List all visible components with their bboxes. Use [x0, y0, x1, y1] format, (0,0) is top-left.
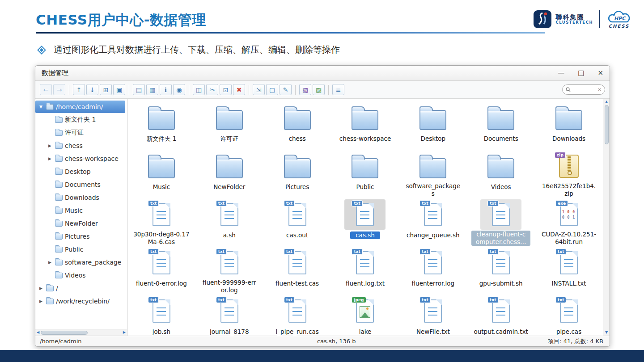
chevron-right-icon[interactable]: ▶: [47, 143, 53, 148]
file-item[interactable]: txtjournal_8178: [195, 294, 263, 336]
file-item[interactable]: txt30p30n-deg8-0.17Ma-6.cas: [127, 197, 195, 245]
file-item[interactable]: txtcas.sh: [331, 197, 399, 245]
file-item[interactable]: txtoutput.cadmin.txt: [467, 294, 535, 336]
file-item[interactable]: txta.sh: [195, 197, 263, 245]
file-name: fluent-0-error.log: [135, 280, 188, 287]
file-item[interactable]: txtpipe.cas: [535, 294, 603, 336]
vscroll-thumb[interactable]: [605, 105, 609, 144]
file-item[interactable]: Music: [127, 149, 195, 197]
permissions-button[interactable]: ▧: [299, 84, 311, 95]
folder-icon: [412, 103, 453, 133]
file-item[interactable]: Desktop: [399, 101, 467, 149]
sidebar-item-videos[interactable]: Videos: [35, 269, 125, 282]
close-button[interactable]: ×: [597, 70, 603, 76]
file-item[interactable]: chess: [263, 101, 331, 149]
file-item[interactable]: txtl_pipe_run.cas: [263, 294, 331, 336]
scroll-right-icon[interactable]: ▶: [122, 331, 127, 334]
zip-badge: zip: [555, 152, 566, 158]
file-item[interactable]: Pictures: [263, 149, 331, 197]
file-item[interactable]: txtcleanup-fluent-computer.chess…: [467, 197, 535, 245]
chevron-right-icon[interactable]: ▶: [38, 299, 44, 303]
file-item[interactable]: txtjob.sh: [127, 294, 195, 336]
hscroll-track[interactable]: [41, 329, 122, 336]
file-item[interactable]: txtfluent-0-error.log: [127, 245, 195, 294]
file-item[interactable]: txtcas.out: [263, 197, 331, 245]
search-box[interactable]: ✕: [562, 84, 605, 95]
vertical-scrollbar[interactable]: ▲ ▼: [603, 99, 610, 336]
open-file-button[interactable]: ▤: [133, 84, 145, 95]
file-item[interactable]: txtNewFile.txt: [399, 294, 467, 336]
chevron-down-icon[interactable]: ▼: [38, 105, 44, 109]
file-item[interactable]: NewFolder: [195, 149, 263, 197]
chevron-right-icon[interactable]: ▶: [38, 286, 44, 290]
sidebar-item-public[interactable]: Public: [35, 243, 125, 256]
sidebar-item-1[interactable]: 新文件夹 1: [35, 114, 125, 126]
view-list-button[interactable]: ≡: [332, 84, 344, 95]
file-item[interactable]: txtfluent-test.cas: [263, 245, 331, 294]
vscroll-track[interactable]: [603, 105, 610, 329]
txt-file-icon: txt: [277, 248, 318, 278]
sidebar-item-downloads[interactable]: Downloads: [35, 191, 125, 204]
select-all-button[interactable]: ▢: [266, 84, 278, 95]
copy-button[interactable]: ◫: [193, 84, 205, 95]
sidebar-item-[interactable]: 许可证: [35, 126, 125, 139]
file-item[interactable]: Public: [331, 149, 399, 197]
file-item[interactable]: Documents: [467, 101, 535, 149]
sidebar-item-chess[interactable]: ▶chess: [35, 139, 125, 152]
new-folder-button[interactable]: ⊞: [100, 84, 112, 95]
hscroll-thumb[interactable]: [41, 331, 88, 335]
file-item[interactable]: 许可证: [195, 101, 263, 149]
scroll-down-icon[interactable]: ▼: [605, 329, 608, 336]
save-as-button[interactable]: ▦: [146, 84, 158, 95]
sidebar-item-music[interactable]: Music: [35, 204, 125, 217]
info-button[interactable]: ℹ: [160, 84, 172, 95]
back-button[interactable]: ←: [40, 84, 52, 95]
chevron-right-icon[interactable]: ▶: [47, 260, 53, 265]
sidebar-item-newfolder[interactable]: NewFolder: [35, 217, 125, 230]
file-item[interactable]: txtfluent.log.txt: [331, 245, 399, 294]
search-input[interactable]: [572, 87, 596, 93]
sidebar-horizontal-scrollbar[interactable]: ◀ ▶: [35, 329, 127, 336]
file-item[interactable]: Downloads: [535, 101, 603, 149]
sidebar-item-software-package[interactable]: ▶software_package: [35, 256, 125, 269]
move-button[interactable]: ⇲: [253, 84, 265, 95]
chevron-right-icon[interactable]: ▶: [47, 156, 53, 161]
sidebar-item-chess-workspace[interactable]: ▶chess-workspace: [35, 152, 125, 165]
window-titlebar[interactable]: 数据管理 — □ ×: [35, 66, 610, 81]
upload-button[interactable]: ↑: [73, 84, 85, 95]
file-item[interactable]: txtfluent-999999-error.log: [195, 245, 263, 294]
download-button[interactable]: ↓: [86, 84, 98, 95]
delete-button[interactable]: ✖: [233, 84, 245, 95]
file-item[interactable]: Videos: [467, 149, 535, 197]
sidebar-item-work-recyclebin[interactable]: ▶/work/recyclebin/: [35, 295, 125, 307]
search-clear-icon[interactable]: ✕: [598, 88, 602, 92]
file-item[interactable]: zip16e825572fe1b4.zip: [535, 149, 603, 197]
file-item[interactable]: txtchange_queue.sh: [399, 197, 467, 245]
file-item[interactable]: txtINSTALL.txt: [535, 245, 603, 294]
sidebar-item-documents[interactable]: Documents: [35, 178, 125, 191]
minimize-button[interactable]: —: [558, 70, 564, 76]
txt-file-icon: txt: [480, 248, 521, 278]
scroll-left-icon[interactable]: ◀: [35, 331, 41, 334]
file-item[interactable]: txtfluenterror.log: [399, 245, 467, 294]
txt-badge: txt: [284, 248, 295, 255]
scroll-up-icon[interactable]: ▲: [605, 99, 608, 105]
rename-button[interactable]: ✎: [280, 84, 292, 95]
sidebar-item-home-cadmin[interactable]: ▼/home/cadmin/: [35, 101, 125, 113]
maximize-button[interactable]: □: [578, 70, 584, 76]
file-item[interactable]: chess-workspace: [331, 101, 399, 149]
sidebar-item-desktop[interactable]: Desktop: [35, 165, 125, 178]
sidebar-item-[interactable]: ▶/: [35, 282, 125, 295]
ownership-button[interactable]: ▨: [313, 84, 325, 95]
sidebar-item-pictures[interactable]: Pictures: [35, 230, 125, 243]
save-button[interactable]: ▣: [113, 84, 125, 95]
forward-button[interactable]: →: [53, 84, 65, 95]
preview-button[interactable]: ◉: [173, 84, 185, 95]
file-item[interactable]: software_packages: [399, 149, 467, 197]
file-item[interactable]: jpeglake: [331, 294, 399, 336]
cut-button[interactable]: ✂: [206, 84, 218, 95]
paste-button[interactable]: ⊡: [220, 84, 232, 95]
file-item[interactable]: exe1 0 00 0 1CUDA-Z-0.10.251-64bit.run: [535, 197, 603, 245]
file-item[interactable]: 新文件夹 1: [127, 101, 195, 149]
file-item[interactable]: txtgpu-submit.sh: [467, 245, 535, 294]
